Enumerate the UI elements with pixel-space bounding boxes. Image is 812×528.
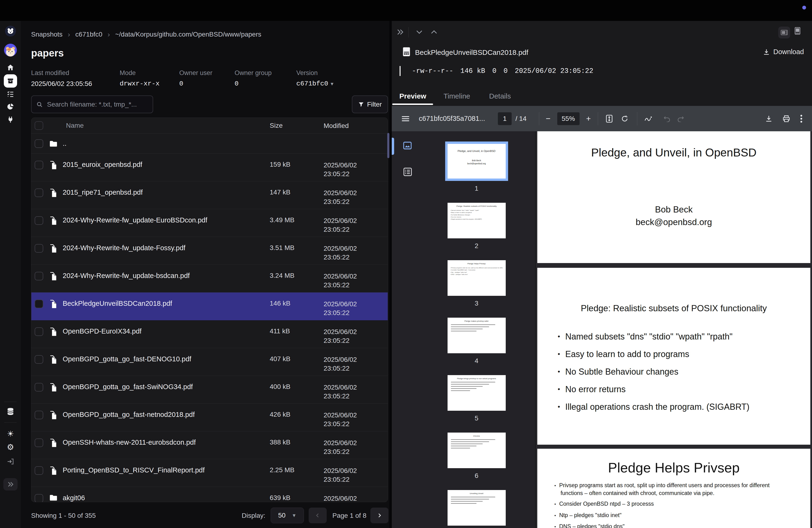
sidebar-item-stats[interactable]: [6, 103, 14, 111]
table-row[interactable]: OpenBGPD_gotta_go_fast-SwiNOG34.pdf 400 …: [31, 376, 388, 404]
tab-timeline[interactable]: Timeline: [444, 92, 470, 100]
slide-bullet: Consider OpenBSD ntpd – 3 processs: [554, 500, 780, 508]
sidebar-item-database[interactable]: [6, 407, 14, 415]
row-checkbox[interactable]: [35, 439, 43, 447]
thumbnail-slide-title: Pledge: Realistic subsets of POSIX funct…: [450, 205, 503, 207]
row-checkbox[interactable]: [35, 299, 43, 308]
tab-details[interactable]: Details: [489, 92, 511, 100]
pdf-thumbnail[interactable]: Pledge Helps Privsep • Privsep programs …: [448, 260, 506, 307]
pdf-menu-button[interactable]: [402, 116, 409, 122]
annotate-button[interactable]: [644, 115, 652, 122]
row-checkbox[interactable]: [35, 244, 43, 253]
row-checkbox[interactable]: [35, 161, 43, 169]
table-row[interactable]: OpenBGPD-EuroIX34.pdf 411 kB 2025/06/02 …: [31, 320, 388, 348]
thumbnail-page[interactable]: Unveiling Unveil: [448, 490, 506, 526]
table-row[interactable]: Porting_OpenBSD_to_RISCV_FinalReport.pdf…: [31, 459, 388, 487]
thumbnail-page[interactable]: Pledge, and Unveil, in OpenBSD Bob Beckb…: [445, 142, 508, 181]
table-row[interactable]: 2015_euroix_openbsd.pdf 159 kB 2025/06/0…: [31, 153, 388, 181]
search-input[interactable]: [46, 100, 148, 108]
thumbnail-page[interactable]: Pledge: Realistic subsets of POSIX funct…: [448, 203, 506, 238]
redo-button[interactable]: [677, 115, 684, 122]
folder-icon: [49, 494, 57, 501]
layout-side-button[interactable]: [778, 27, 790, 39]
select-all-checkbox[interactable]: [35, 121, 43, 130]
list-scrollbar-thumb[interactable]: [387, 133, 389, 158]
row-checkbox[interactable]: [35, 216, 43, 225]
table-row[interactable]: akgit06 639 kB 2025/06/02: [31, 487, 388, 502]
outline-view-button[interactable]: [403, 167, 412, 176]
sidebar-item-snapshots-active[interactable]: [4, 74, 17, 88]
breadcrumb-snapshots[interactable]: Snapshots: [31, 31, 62, 38]
tab-preview[interactable]: Preview: [400, 92, 426, 100]
pdf-pages-area[interactable]: Pledge, and Unveil, in OpenBSD Bob Beck …: [536, 131, 812, 528]
table-row[interactable]: 2015_ripe71_openbsd.pdf 147 kB 2025/06/0…: [31, 181, 388, 209]
filter-button[interactable]: Filter: [352, 96, 388, 113]
row-checkbox[interactable]: [35, 383, 43, 392]
pdf-page-input[interactable]: 1: [498, 112, 512, 125]
thumbnail-page[interactable]: Pledge makes privdrop safer: [448, 318, 506, 353]
sidebar-item-home[interactable]: [6, 64, 14, 71]
more-options-button[interactable]: [800, 115, 802, 123]
table-row[interactable]: BeckPledgeUnveilBSDCan2018.pdf 146 kB 20…: [31, 293, 388, 320]
layout-bottom-button[interactable]: [795, 27, 801, 35]
table-row[interactable]: 2024-Why-Rewrite-fw_update-EuroBSDcon.pd…: [31, 209, 388, 237]
zoom-in-button[interactable]: +: [586, 114, 591, 123]
thumbnail-page[interactable]: Chrome: [448, 432, 506, 468]
column-header-modified[interactable]: Modified: [324, 121, 388, 130]
logout-icon[interactable]: [6, 458, 14, 465]
display-settings-icon[interactable]: ☀: [7, 430, 14, 438]
thumbnail-view-button[interactable]: [403, 142, 412, 150]
sidebar-item-plugins[interactable]: [6, 116, 14, 123]
pdf-download-button[interactable]: [765, 115, 772, 122]
user-avatar[interactable]: [4, 44, 17, 57]
row-checkbox[interactable]: [35, 272, 43, 280]
next-file-button[interactable]: [416, 29, 423, 35]
file-modified-date: 2025/06/02: [324, 355, 388, 364]
gear-icon[interactable]: ⚙: [7, 443, 14, 451]
next-page-button[interactable]: [371, 508, 389, 523]
column-header-size[interactable]: Size: [270, 122, 324, 129]
breadcrumb-path[interactable]: ~/data/Korpus/github.com/OpenBSD/www/pap…: [115, 31, 261, 38]
table-row[interactable]: OpenBGPD_gotta_go_fast-DENOG10.pdf 407 k…: [31, 348, 388, 376]
thumbnail-page[interactable]: Pledge Helps Privsep • Privsep programs …: [448, 260, 506, 296]
prev-page-button[interactable]: [309, 508, 327, 523]
file-modified-time: 23:05:22: [324, 308, 388, 317]
collapse-panel-button[interactable]: [396, 29, 404, 35]
version-select[interactable]: c671bfc0▼: [296, 80, 333, 87]
prev-file-button[interactable]: [430, 29, 438, 35]
pdf-thumbnail[interactable]: Pledge makes privdrop safer 4: [448, 318, 506, 365]
pdf-thumbnail[interactable]: Unveiling Unveil 7: [448, 490, 506, 528]
row-checkbox[interactable]: [35, 355, 43, 364]
pdf-zoom-level[interactable]: 55%: [557, 112, 580, 125]
pdf-thumbnail[interactable]: Pledge brings privdrop to non setuid pro…: [448, 375, 506, 422]
row-checkbox[interactable]: [35, 327, 43, 336]
thumbnail-page[interactable]: Pledge brings privdrop to non setuid pro…: [448, 375, 506, 411]
pdf-thumbnail[interactable]: Pledge: Realistic subsets of POSIX funct…: [448, 203, 506, 250]
table-row[interactable]: OpenBGPD_gotta_go_fast-netnod2018.pdf 42…: [31, 404, 388, 431]
pdf-thumbnail[interactable]: Chrome 6: [448, 432, 506, 480]
sidebar-item-tasks[interactable]: [6, 90, 14, 98]
row-checkbox[interactable]: [35, 494, 43, 502]
image-icon: [403, 142, 412, 150]
row-checkbox[interactable]: [35, 466, 43, 475]
fit-page-button[interactable]: [606, 115, 613, 123]
pdf-thumbnail[interactable]: Pledge, and Unveil, in OpenBSD Bob Beckb…: [445, 142, 508, 192]
download-button[interactable]: Download: [763, 48, 804, 56]
print-button[interactable]: [783, 115, 790, 122]
row-checkbox[interactable]: [35, 189, 43, 197]
breadcrumb-snapshot-id[interactable]: c671bfc0: [75, 31, 102, 38]
zoom-out-button[interactable]: −: [546, 114, 551, 123]
display-count-select[interactable]: 50 ▼: [271, 508, 304, 523]
column-header-name[interactable]: Name: [49, 122, 270, 129]
rotate-button[interactable]: [621, 115, 628, 122]
table-row[interactable]: 2024-Why-Rewrite-fw_update-bsdcan.pdf 3.…: [31, 265, 388, 293]
search-box[interactable]: [31, 96, 153, 113]
table-row[interactable]: OpenSSH-whats-new-2011-eurobsdcon.pdf 38…: [31, 431, 388, 459]
row-checkbox[interactable]: [35, 140, 43, 148]
row-checkbox[interactable]: [35, 411, 43, 419]
table-row[interactable]: 2024-Why-Rewrite-fw_update-Fossy.pdf 3.5…: [31, 237, 388, 265]
parent-directory-row[interactable]: ..: [31, 134, 388, 153]
pdf-document-title: c671bfc05f35a7081...: [419, 115, 485, 122]
undo-button[interactable]: [663, 115, 670, 122]
expand-rail-button[interactable]: [3, 478, 17, 490]
